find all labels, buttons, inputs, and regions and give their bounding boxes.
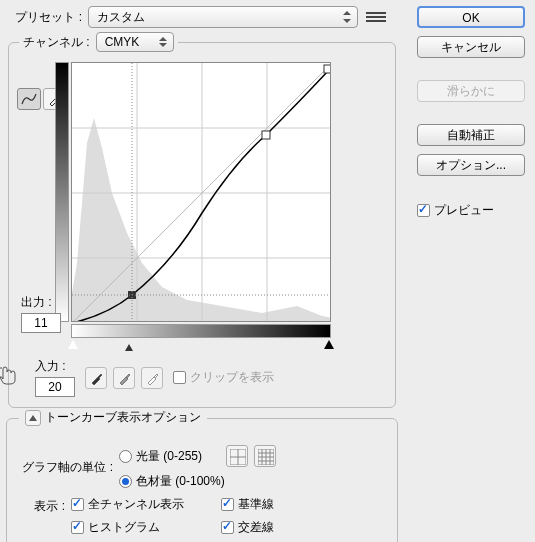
curve-tool-button[interactable] <box>17 88 41 110</box>
input-label: 入力 : <box>35 358 75 375</box>
curve-point-end[interactable] <box>324 65 331 73</box>
auto-button[interactable]: 自動補正 <box>417 124 525 146</box>
show-label: 表示 : <box>17 496 65 515</box>
preview-checkbox[interactable] <box>417 204 430 217</box>
chk-intersection-label: 交差線 <box>238 519 274 536</box>
disclosure-triangle-icon <box>25 410 41 426</box>
eyedropper-icon <box>89 371 103 385</box>
clip-label: クリップを表示 <box>190 369 274 386</box>
preset-select[interactable]: カスタム <box>88 6 358 28</box>
chk-baseline-label: 基準線 <box>238 496 274 513</box>
shadow-slider[interactable] <box>68 340 78 349</box>
curve-tool-icon <box>21 92 37 106</box>
ok-button[interactable]: OK <box>417 6 525 28</box>
channel-value: CMYK <box>105 35 140 49</box>
input-gradient <box>71 324 331 338</box>
chk-histogram[interactable] <box>71 521 84 534</box>
grid-coarse-button[interactable] <box>226 445 248 467</box>
display-options-toggle[interactable]: トーンカーブ表示オプション <box>19 409 207 426</box>
target-adjust-icon[interactable] <box>0 362 21 388</box>
preset-label: プリセット : <box>6 9 82 26</box>
output-gradient <box>55 62 69 322</box>
preset-menu-icon[interactable] <box>366 12 386 22</box>
eyedropper-icon <box>117 371 131 385</box>
axis-unit-label: グラフ軸の単位 : <box>17 459 113 476</box>
radio-ink[interactable] <box>119 475 132 488</box>
channel-fieldset: チャンネル : CMYK <box>8 32 396 408</box>
output-label: 出力 : <box>21 294 61 311</box>
options-button[interactable]: オプション... <box>417 154 525 176</box>
chk-all-channels-label: 全チャンネル表示 <box>88 496 184 513</box>
gray-point-eyedropper[interactable] <box>113 367 135 389</box>
output-input[interactable] <box>21 313 61 333</box>
input-indicator-triangle <box>125 344 133 351</box>
black-point-eyedropper[interactable] <box>85 367 107 389</box>
chk-all-channels[interactable] <box>71 498 84 511</box>
radio-ink-label: 色材量 (0-100%) <box>136 473 225 490</box>
chk-baseline[interactable] <box>221 498 234 511</box>
radio-light[interactable] <box>119 450 132 463</box>
chk-intersection[interactable] <box>221 521 234 534</box>
channel-label: チャンネル : <box>23 34 90 51</box>
smooth-button: 滑らかに <box>417 80 525 102</box>
display-options-label: トーンカーブ表示オプション <box>45 409 201 426</box>
channel-select[interactable]: CMYK <box>96 32 174 52</box>
clip-checkbox[interactable] <box>173 371 186 384</box>
chk-histogram-label: ヒストグラム <box>88 519 160 536</box>
input-input[interactable] <box>35 377 75 397</box>
preset-value: カスタム <box>97 9 145 26</box>
display-options-fieldset: トーンカーブ表示オプション グラフ軸の単位 : 光量 (0-255) 色材量 (… <box>6 418 398 542</box>
curve-graph[interactable] <box>71 62 331 322</box>
white-point-eyedropper[interactable] <box>141 367 163 389</box>
radio-light-label: 光量 (0-255) <box>136 448 202 465</box>
preview-label: プレビュー <box>434 202 494 219</box>
curve-point-2[interactable] <box>262 131 270 139</box>
cancel-button[interactable]: キャンセル <box>417 36 525 58</box>
highlight-slider[interactable] <box>324 340 334 349</box>
eyedropper-icon <box>145 371 159 385</box>
grid-fine-button[interactable] <box>254 445 276 467</box>
